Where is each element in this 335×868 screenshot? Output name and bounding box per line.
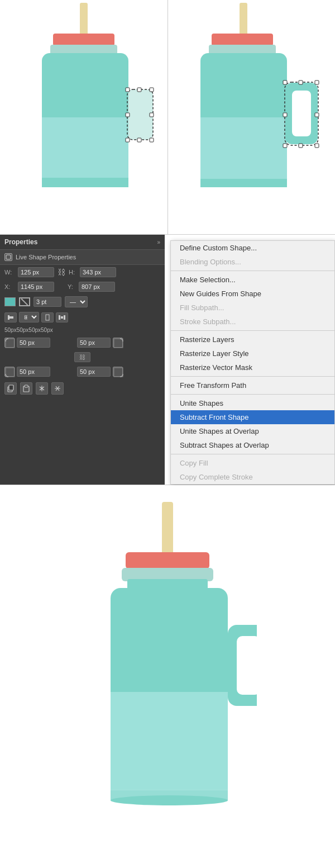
bottom-section: PS 爱好者 www.psahz.com: [0, 485, 335, 868]
svg-rect-27: [315, 80, 319, 84]
live-shape-header: Live Shape Properties: [0, 250, 165, 265]
copy-icon-btn[interactable]: [4, 382, 17, 395]
menu-item-rasterize-layer-style[interactable]: Rasterize Layer Style: [171, 347, 334, 361]
svg-rect-14: [150, 138, 154, 142]
corner-input-1[interactable]: [17, 338, 50, 348]
menu-separator-1: [171, 271, 334, 271]
svg-rect-46: [9, 385, 13, 390]
svg-rect-54: [111, 692, 228, 800]
flip-v-btn[interactable]: [51, 382, 64, 395]
menu-separator-5: [171, 454, 334, 454]
svg-rect-18: [212, 34, 273, 46]
large-jar-container: [78, 502, 257, 868]
properties-panel: Properties » Live Shape Properties W: ⛓ …: [0, 235, 165, 485]
menu-item-subtract-shapes-overlap[interactable]: Subtract Shapes at Overlap: [171, 438, 334, 452]
paste-icon-btn[interactable]: [20, 382, 32, 395]
corner-input-2[interactable]: [77, 338, 111, 348]
svg-rect-38: [59, 315, 60, 320]
align-row: ⊞: [0, 310, 165, 325]
svg-rect-7: [42, 179, 128, 187]
w-input[interactable]: [18, 267, 54, 277]
menu-item-make-selection[interactable]: Make Selection...: [171, 273, 334, 287]
svg-rect-39: [61, 316, 63, 319]
menu-item-subtract-front-shape[interactable]: Subtract Front Shape: [171, 410, 334, 424]
svg-rect-35: [8, 315, 9, 320]
jar-illustration-right: [168, 0, 335, 235]
svg-rect-48: [25, 385, 28, 387]
svg-rect-21: [200, 117, 287, 187]
corner-row-2: [0, 364, 165, 379]
svg-rect-32: [299, 80, 303, 84]
svg-rect-28: [283, 113, 287, 117]
svg-rect-36: [9, 316, 13, 319]
top-left-panel: [0, 0, 168, 235]
svg-rect-37: [46, 315, 49, 320]
stroke-color-swatch[interactable]: [19, 297, 30, 306]
menu-separator-3: [171, 376, 334, 377]
menu-item-new-guides[interactable]: New Guides From Shape: [171, 287, 334, 301]
bottom-icons-row: [0, 379, 165, 398]
svg-rect-34: [6, 255, 11, 259]
stroke-size-input[interactable]: [34, 297, 61, 307]
svg-rect-40: [64, 315, 65, 320]
align-distribute-btn[interactable]: [56, 312, 68, 322]
menu-item-fill-subpath: Fill Subpath...: [171, 301, 334, 315]
corner-swatch-1: [4, 338, 15, 348]
panel-collapse-icon[interactable]: »: [157, 239, 160, 245]
svg-rect-22: [200, 179, 287, 187]
menu-item-free-transform-path[interactable]: Free Transform Path: [171, 378, 334, 392]
svg-rect-26: [283, 80, 287, 84]
link-corners-btn[interactable]: ⛓: [74, 352, 90, 362]
live-shape-icon: [4, 253, 12, 261]
corner-row-1: [0, 335, 165, 350]
wh-row: W: ⛓ H:: [0, 265, 165, 279]
svg-rect-8: [127, 89, 153, 140]
menu-item-unite-shapes[interactable]: Unite Shapes: [171, 396, 334, 410]
large-jar-svg: [78, 502, 257, 868]
menu-item-rasterize-layers[interactable]: Rasterize Layers: [171, 333, 334, 347]
menu-separator-2: [171, 330, 334, 331]
flip-h-btn[interactable]: [36, 382, 48, 395]
y-input[interactable]: [79, 282, 115, 292]
align-select[interactable]: ⊞: [19, 312, 39, 322]
svg-rect-13: [126, 138, 130, 142]
svg-rect-1: [53, 34, 114, 46]
menu-item-unite-shapes-overlap[interactable]: Unite Shapes at Overlap: [171, 424, 334, 438]
corner-input-4[interactable]: [77, 367, 111, 377]
link-icon: ⛓: [56, 268, 66, 277]
menu-item-define-custom-shape[interactable]: Define Custom Shape...: [171, 241, 334, 255]
menu-item-blending-options: Blending Options...: [171, 255, 334, 269]
svg-rect-31: [315, 144, 319, 148]
svg-rect-11: [126, 113, 130, 117]
panel-header: Properties »: [0, 235, 165, 250]
align-center-btn[interactable]: [41, 312, 54, 322]
svg-rect-44: [114, 368, 123, 377]
top-right-panel: [168, 0, 335, 235]
menu-separator-4: [171, 394, 334, 395]
h-input[interactable]: [80, 267, 116, 277]
svg-rect-50: [126, 552, 209, 569]
middle-section: Properties » Live Shape Properties W: ⛓ …: [0, 235, 335, 485]
x-input[interactable]: [18, 282, 54, 292]
svg-rect-30: [283, 144, 287, 148]
menu-item-rasterize-vector-mask[interactable]: Rasterize Vector Mask: [171, 361, 334, 374]
svg-rect-12: [150, 113, 154, 117]
stroke-row: —: [0, 294, 165, 310]
svg-rect-24: [292, 91, 311, 136]
menu-item-copy-complete-stroke: Copy Complete Stroke: [171, 470, 334, 484]
h-label: H:: [69, 269, 78, 276]
svg-rect-4: [42, 117, 128, 187]
jar-illustration-left: [0, 0, 168, 235]
top-section: [0, 0, 335, 235]
svg-rect-10: [150, 88, 154, 92]
corner-input-3[interactable]: [17, 367, 50, 377]
panel-title: Properties: [4, 238, 37, 246]
svg-rect-42: [114, 339, 123, 348]
align-left-btn[interactable]: [4, 312, 17, 322]
y-label: Y:: [68, 283, 76, 290]
svg-rect-57: [237, 636, 257, 695]
svg-rect-9: [126, 88, 130, 92]
fill-color-swatch[interactable]: [4, 297, 16, 306]
context-menu: Define Custom Shape... Blending Options.…: [170, 240, 335, 485]
stroke-style-select[interactable]: —: [65, 296, 88, 307]
